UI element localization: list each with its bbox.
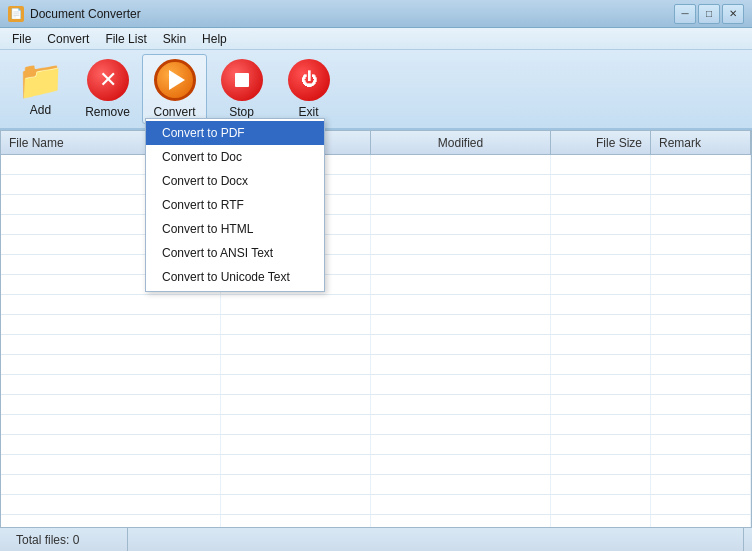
menu-file[interactable]: File: [4, 30, 39, 48]
table-row: [1, 275, 751, 295]
cell-filesize: [551, 155, 651, 174]
app-icon: 📄: [8, 6, 24, 22]
convert-button-label: Convert: [153, 105, 195, 119]
table-row: [1, 175, 751, 195]
close-button[interactable]: ✕: [722, 4, 744, 24]
menu-convert[interactable]: Convert: [39, 30, 97, 48]
table-row: [1, 215, 751, 235]
table-row: [1, 475, 751, 495]
convert-to-doc[interactable]: Convert to Doc: [146, 145, 324, 169]
remove-button[interactable]: ✕ Remove: [75, 54, 140, 124]
table-row: [1, 375, 751, 395]
convert-dropdown: Convert to PDF Convert to Doc Convert to…: [145, 118, 325, 292]
dropdown-menu: Convert to PDF Convert to Doc Convert to…: [145, 118, 325, 292]
stop-button-label: Stop: [229, 105, 254, 119]
stop-button[interactable]: Stop: [209, 54, 274, 124]
cell-remark: [651, 155, 751, 174]
window-title: Document Converter: [30, 7, 674, 21]
status-bar: Total files: 0: [0, 527, 752, 551]
table-body: [1, 155, 751, 528]
menu-help[interactable]: Help: [194, 30, 235, 48]
table-row: [1, 395, 751, 415]
add-button-label: Add: [30, 103, 51, 117]
main-content: File Name Modified File Size Remark: [0, 130, 752, 527]
convert-to-docx[interactable]: Convert to Docx: [146, 169, 324, 193]
table-row: [1, 435, 751, 455]
header-modified: Modified: [371, 131, 551, 154]
remove-button-label: Remove: [85, 105, 130, 119]
convert-to-html[interactable]: Convert to HTML: [146, 217, 324, 241]
convert-to-unicode[interactable]: Convert to Unicode Text: [146, 265, 324, 289]
title-bar: 📄 Document Converter ─ □ ✕: [0, 0, 752, 28]
table-row: [1, 335, 751, 355]
table-row: [1, 255, 751, 275]
table-row: [1, 495, 751, 515]
table-row: [1, 195, 751, 215]
add-button[interactable]: 📁 Add: [8, 54, 73, 124]
folder-icon: 📁: [17, 61, 64, 99]
table-row: [1, 295, 751, 315]
status-spacer: [128, 528, 744, 551]
table-row: [1, 235, 751, 255]
app-window: 📄 Document Converter ─ □ ✕ File Convert …: [0, 0, 752, 551]
menu-skin[interactable]: Skin: [155, 30, 194, 48]
total-files-status: Total files: 0: [8, 528, 128, 551]
cell-modified: [371, 155, 551, 174]
exit-button-label: Exit: [298, 105, 318, 119]
header-remark: Remark: [651, 131, 751, 154]
header-filesize: File Size: [551, 131, 651, 154]
maximize-button[interactable]: □: [698, 4, 720, 24]
table-row: [1, 455, 751, 475]
table-row: [1, 155, 751, 175]
exit-icon: ⏻: [288, 59, 330, 101]
table-header: File Name Modified File Size Remark: [1, 131, 751, 155]
exit-button[interactable]: ⏻ Exit: [276, 54, 341, 124]
file-table: File Name Modified File Size Remark: [0, 130, 752, 529]
table-row: [1, 415, 751, 435]
table-row: [1, 315, 751, 335]
convert-to-pdf[interactable]: Convert to PDF: [146, 121, 324, 145]
menu-file-list[interactable]: File List: [97, 30, 154, 48]
convert-to-ansi[interactable]: Convert to ANSI Text: [146, 241, 324, 265]
table-row: [1, 355, 751, 375]
window-controls: ─ □ ✕: [674, 4, 744, 24]
convert-button[interactable]: Convert: [142, 54, 207, 124]
convert-icon: [154, 59, 196, 101]
remove-icon: ✕: [87, 59, 129, 101]
toolbar: 📁 Add ✕ Remove Convert Stop ⏻ E: [0, 50, 752, 130]
stop-icon: [221, 59, 263, 101]
menu-bar: File Convert File List Skin Help: [0, 28, 752, 50]
minimize-button[interactable]: ─: [674, 4, 696, 24]
convert-to-rtf[interactable]: Convert to RTF: [146, 193, 324, 217]
